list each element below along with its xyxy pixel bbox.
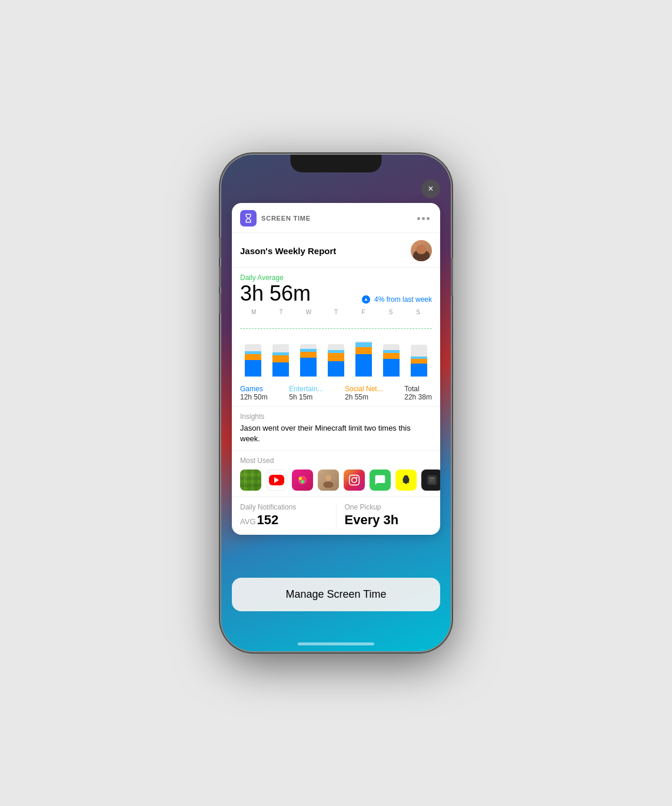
- day-label-t1: T: [272, 309, 290, 315]
- svg-point-7: [352, 478, 357, 482]
- candy-icon: [296, 474, 309, 487]
- report-title: Jason's Weekly Report: [240, 246, 336, 256]
- svg-rect-12: [430, 480, 433, 481]
- categories-row: Games 12h 50m Entertain... 5h 15m Social…: [232, 381, 440, 407]
- daily-average-label: Daily Average: [240, 274, 432, 282]
- app-icon-snapchat[interactable]: [395, 469, 417, 491]
- widget-header-left: SCREEN TIME: [240, 210, 311, 227]
- report-section: Jason's Weekly Report: [232, 233, 440, 268]
- day-label-t2: T: [327, 309, 345, 315]
- home-indicator: [298, 642, 374, 645]
- category-total: Total 22h 38m: [404, 385, 432, 401]
- notifications-label: Daily Notifications: [240, 503, 328, 511]
- category-social-label: Social Net...: [345, 385, 383, 393]
- svg-rect-11: [430, 478, 434, 479]
- dark-app-icon: [426, 474, 438, 486]
- screen-time-icon: [240, 210, 257, 227]
- daily-average-section: Daily Average 3h 56m ▲ 4% from last week: [232, 268, 440, 305]
- bar-wednesday: [300, 318, 317, 377]
- percent-change: ▲ 4% from last week: [362, 295, 432, 304]
- category-social-time: 2h 55m: [345, 393, 383, 401]
- close-button[interactable]: ×: [421, 179, 440, 198]
- daily-time-row: 3h 56m ▲ 4% from last week: [240, 282, 432, 305]
- up-arrow-icon: ▲: [362, 295, 370, 304]
- day-label-w: W: [300, 309, 317, 315]
- snapchat-icon: [400, 474, 412, 486]
- widget-header: SCREEN TIME: [232, 203, 440, 233]
- phone-frame: × SCREEN TIME: [221, 155, 451, 651]
- app-icon-instagram[interactable]: [344, 469, 365, 491]
- insights-text: Jason went over their Minecraft limit tw…: [240, 423, 432, 444]
- svg-point-2: [302, 477, 306, 480]
- category-total-label: Total: [404, 385, 432, 393]
- screen-time-widget: SCREEN TIME Jason's Weekly Report Daily …: [232, 203, 440, 535]
- bar-thursday: [327, 318, 345, 377]
- category-games[interactable]: Games 12h 50m: [240, 385, 268, 401]
- category-social[interactable]: Social Net... 2h 55m: [345, 385, 383, 401]
- bar-monday: [244, 318, 262, 377]
- messages-icon: [374, 474, 386, 486]
- category-entertainment[interactable]: Entertain... 5h 15m: [289, 385, 323, 401]
- usage-chart: M T W T F S S: [232, 305, 440, 381]
- bar-sunday: [410, 318, 428, 377]
- app-icon-candy[interactable]: [292, 469, 313, 491]
- most-used-section: Most Used: [232, 451, 440, 497]
- insights-label: Insights: [240, 412, 432, 421]
- svg-point-4: [325, 475, 331, 481]
- app-icon-facetime[interactable]: [318, 469, 339, 491]
- daily-average-time: 3h 56m: [240, 282, 311, 305]
- chart-day-labels: M T W T F S S: [240, 309, 432, 315]
- bar-saturday: [382, 318, 400, 377]
- app-icon-youtube[interactable]: [266, 469, 287, 491]
- day-label-f: F: [355, 309, 372, 315]
- pickup-label: One Pickup: [345, 503, 433, 511]
- pickup-value: Every 3h: [345, 512, 433, 528]
- percent-change-text: 4% from last week: [374, 295, 432, 304]
- avatar: [411, 240, 432, 261]
- insights-section: Insights Jason went over their Minecraft…: [232, 407, 440, 451]
- most-used-label: Most Used: [240, 457, 432, 465]
- app-icons-row: [240, 469, 432, 491]
- app-icon-dark[interactable]: [421, 469, 440, 491]
- bar-tuesday: [272, 318, 290, 377]
- daily-notifications-col: Daily Notifications AVG152: [240, 503, 337, 528]
- manage-screen-time-button[interactable]: Manage Screen Time: [232, 578, 440, 611]
- notifications-section: Daily Notifications AVG152 One Pickup Ev…: [232, 497, 440, 535]
- pickup-col: One Pickup Every 3h: [337, 503, 433, 528]
- phone-screen: × SCREEN TIME: [221, 155, 451, 651]
- category-games-label: Games: [240, 385, 268, 393]
- hourglass-icon: [243, 213, 254, 224]
- more-options-button[interactable]: [415, 215, 432, 222]
- svg-rect-6: [350, 475, 360, 485]
- app-icon-messages[interactable]: [370, 469, 391, 491]
- category-entertain-time: 5h 15m: [289, 393, 323, 401]
- day-label-s2: S: [410, 309, 427, 315]
- svg-point-8: [356, 477, 358, 478]
- instagram-icon: [348, 474, 360, 486]
- day-label-m: M: [245, 309, 262, 315]
- notifications-avg-prefix: AVG: [240, 517, 256, 526]
- chart-bars: [240, 318, 432, 377]
- notifications-value: AVG152: [240, 512, 328, 528]
- bar-friday: [355, 318, 372, 377]
- category-games-time: 12h 50m: [240, 393, 268, 401]
- notch: [291, 155, 382, 172]
- category-entertain-label: Entertain...: [289, 385, 323, 393]
- widget-title: SCREEN TIME: [261, 215, 311, 222]
- svg-point-3: [301, 480, 304, 484]
- app-icon-minecraft[interactable]: [240, 469, 261, 491]
- svg-point-1: [299, 477, 302, 480]
- day-label-s1: S: [382, 309, 400, 315]
- category-total-time: 22h 38m: [404, 393, 432, 401]
- svg-point-5: [323, 481, 333, 488]
